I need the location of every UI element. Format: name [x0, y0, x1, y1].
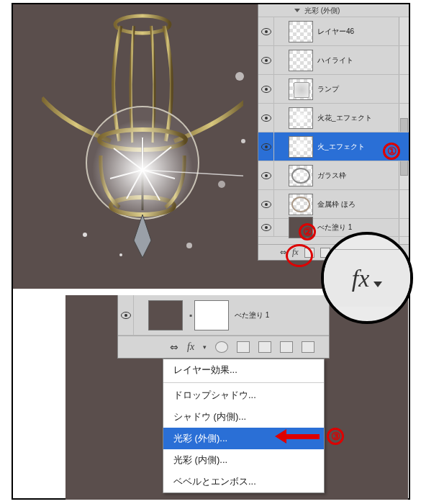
svg-point-9 — [265, 30, 268, 33]
layer-name: 火_エフェクト — [317, 142, 365, 152]
svg-point-5 — [83, 233, 87, 237]
svg-point-1 — [86, 107, 199, 219]
menu-item[interactable]: 光彩 (外側)... — [163, 428, 324, 449]
tutorial-frame: 光彩 (外側) レイヤー46ハイライトランプ火花_エフェクト火_エフェクトガラス… — [12, 3, 410, 500]
dropdown-arrow-icon — [374, 282, 382, 287]
svg-point-3 — [111, 197, 174, 215]
svg-point-24 — [235, 72, 244, 81]
layer-thumbnail[interactable] — [289, 165, 313, 186]
svg-point-4 — [92, 120, 193, 220]
panel-header-effect[interactable]: 光彩 (外側) — [258, 4, 409, 17]
delete-button[interactable] — [302, 341, 314, 353]
adjustment-button[interactable] — [237, 341, 250, 353]
mask-link-icon[interactable]: ▪ — [187, 310, 194, 320]
visibility-toggle[interactable] — [258, 46, 274, 74]
layer-name: ランプ — [317, 84, 339, 94]
svg-point-17 — [265, 145, 268, 148]
layer-row[interactable]: ランプ — [258, 75, 409, 104]
layer-name: べた塗り 1 — [235, 310, 269, 320]
layers-panel[interactable]: 光彩 (外側) レイヤー46ハイライトランプ火花_エフェクト火_エフェクトガラス… — [258, 4, 409, 261]
layer-row[interactable]: ガラス枠 — [258, 161, 409, 190]
group-button[interactable] — [258, 341, 271, 353]
sparkles — [171, 33, 258, 249]
layer-row[interactable]: 火花_エフェクト — [258, 104, 409, 132]
svg-point-25 — [218, 181, 225, 188]
layer-thumbnail[interactable] — [289, 217, 313, 238]
visibility-toggle[interactable] — [258, 190, 274, 218]
visibility-toggle[interactable] — [258, 104, 274, 132]
panel-footer: ⇔ fx▾ — [118, 336, 329, 357]
svg-point-26 — [241, 139, 245, 143]
visibility-toggle[interactable] — [258, 132, 274, 161]
menu-item[interactable]: シャドウ (内側)... — [163, 406, 324, 428]
mask-button[interactable] — [304, 248, 314, 258]
fx-dropdown-menu[interactable]: レイヤー効果...ドロップシャドウ...シャドウ (内側)...光彩 (外側).… — [163, 359, 325, 493]
layer-thumbnail[interactable] — [289, 21, 313, 42]
svg-point-28 — [125, 314, 127, 317]
layer-row[interactable]: ハイライト — [258, 46, 409, 75]
layers-panel-bottom[interactable]: ▪ べた塗り 1 ⇔ fx▾ — [117, 295, 330, 359]
visibility-toggle[interactable] — [258, 219, 274, 236]
layer-thumbnail[interactable] — [289, 136, 313, 158]
fx-button[interactable]: fx — [187, 341, 194, 353]
svg-point-23 — [265, 226, 268, 229]
layer-mask-thumbnail[interactable] — [194, 300, 229, 330]
layer-thumbnail[interactable] — [289, 78, 313, 100]
layer-row[interactable]: 金属枠 ほろ — [258, 190, 409, 219]
menu-item[interactable]: ベベルとエンボス... — [163, 471, 324, 492]
disclosure-triangle-icon[interactable] — [294, 9, 300, 12]
fx-large-label: fx — [352, 265, 370, 292]
svg-point-6 — [186, 243, 192, 248]
visibility-toggle[interactable] — [258, 75, 274, 103]
layer-row[interactable]: 火_エフェクト — [258, 132, 409, 161]
visibility-toggle[interactable] — [258, 17, 274, 45]
menu-item[interactable]: 光彩 (内側)... — [163, 449, 324, 471]
fx-button[interactable]: fx — [292, 247, 299, 258]
svg-point-21 — [265, 203, 268, 206]
svg-point-19 — [265, 174, 268, 177]
effect-name: 光彩 (外側) — [304, 6, 340, 16]
layer-row[interactable]: べた塗り 1 — [258, 219, 409, 237]
svg-point-11 — [265, 59, 268, 62]
svg-point-15 — [265, 117, 268, 120]
menu-item[interactable]: レイヤー効果... — [163, 359, 324, 381]
visibility-toggle[interactable] — [258, 161, 274, 189]
layer-thumbnail[interactable] — [289, 194, 313, 215]
menu-item[interactable]: ドロップシャドウ... — [163, 384, 324, 406]
layer-thumbnail[interactable] — [289, 107, 313, 129]
link-icon[interactable]: ⇔ — [170, 341, 178, 353]
layer-row[interactable]: レイヤー46 — [258, 17, 409, 46]
svg-point-0 — [115, 16, 170, 33]
layer-name: ハイライト — [317, 55, 353, 66]
layer-name: べた塗り 1 — [317, 222, 352, 233]
new-layer-button[interactable] — [280, 341, 293, 353]
link-icon[interactable]: ⇔ — [280, 248, 286, 257]
svg-point-2 — [99, 130, 186, 150]
layer-list[interactable]: レイヤー46ハイライトランプ火花_エフェクト火_エフェクトガラス枠金属枠 ほろべ… — [258, 17, 409, 244]
layer-name: 火花_エフェクト — [317, 113, 372, 123]
svg-point-7 — [119, 253, 122, 256]
annotation-3: ③ — [327, 428, 344, 445]
layer-name: ガラス枠 — [317, 171, 346, 181]
visibility-toggle[interactable] — [118, 295, 134, 336]
lantern-illustration — [42, 4, 243, 264]
layer-thumbnail[interactable] — [289, 50, 313, 71]
layer-row-base[interactable]: ▪ べた塗り 1 — [118, 295, 329, 336]
canvas-bottom: ▪ べた塗り 1 ⇔ fx▾ レイヤー効果...ドロップシャドウ...シャドウ … — [65, 295, 408, 500]
layer-thumbnail[interactable] — [148, 300, 183, 330]
svg-point-13 — [265, 88, 268, 91]
layer-name: レイヤー46 — [317, 27, 354, 37]
fx-zoom-callout: fx — [321, 232, 413, 324]
mask-button[interactable] — [215, 341, 228, 353]
layer-name: 金属枠 ほろ — [317, 199, 356, 210]
